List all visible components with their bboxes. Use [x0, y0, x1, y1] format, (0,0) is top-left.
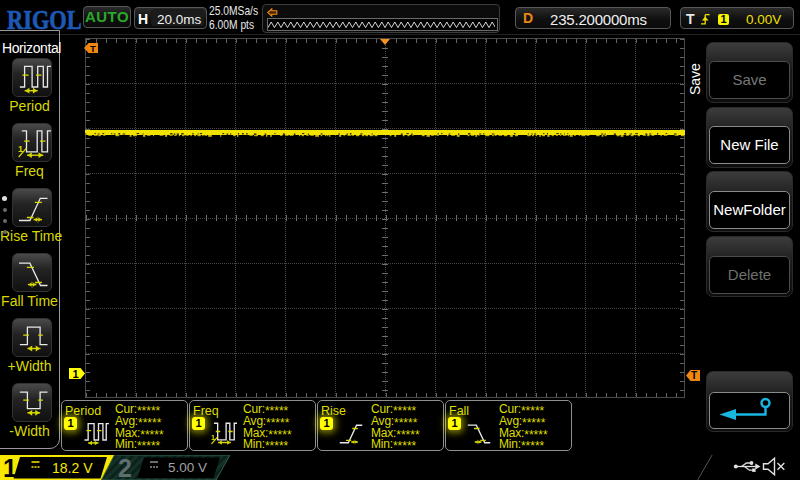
- svg-text:5.00 V: 5.00 V: [168, 460, 207, 475]
- svg-text:1: 1: [73, 368, 79, 379]
- svg-text:2: 2: [118, 455, 132, 480]
- svg-text:1: 1: [3, 455, 17, 480]
- svg-text:18.2 V: 18.2 V: [52, 460, 93, 476]
- svg-text:T: T: [90, 43, 96, 53]
- svg-text:T: T: [691, 370, 697, 381]
